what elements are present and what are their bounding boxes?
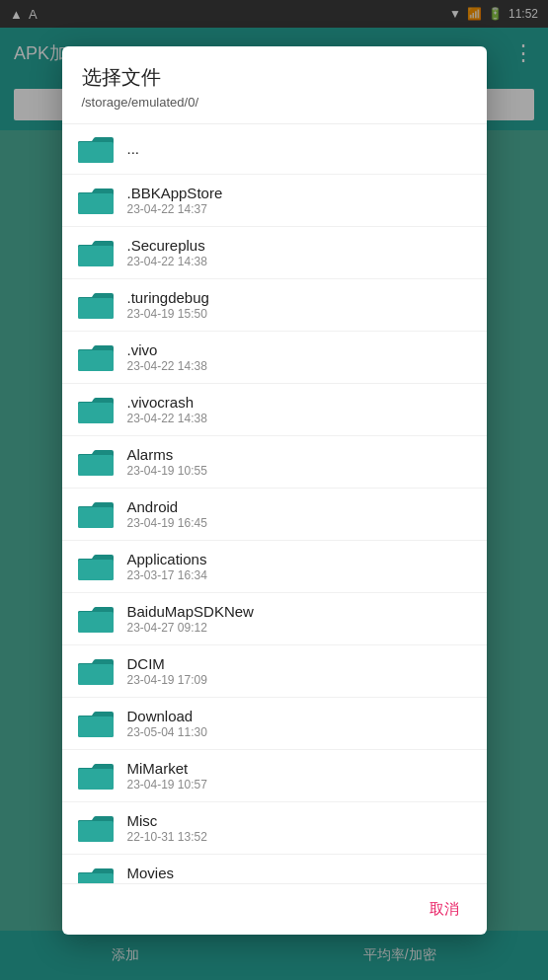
svg-rect-17 [78, 560, 114, 580]
folder-icon [78, 552, 114, 581]
folder-date: 23-04-19 17:09 [127, 673, 207, 687]
folder-info: .vivocrash23-04-22 14:38 [127, 394, 207, 425]
folder-item[interactable]: Applications23-03-17 16:34 [62, 541, 487, 593]
svg-rect-5 [78, 246, 114, 266]
folder-name: .vivocrash [127, 394, 207, 411]
folder-item[interactable]: .vivo23-04-22 14:38 [62, 332, 487, 384]
folder-item[interactable]: .turingdebug23-04-19 15:50 [62, 279, 487, 332]
svg-rect-29 [78, 873, 114, 883]
folder-item[interactable]: .BBKAppStore23-04-22 14:37 [62, 175, 487, 227]
folder-date: 23-04-22 14:37 [127, 202, 223, 216]
folder-icon [78, 709, 114, 738]
folder-info: Misc22-10-31 13:52 [127, 812, 207, 844]
folder-info: Download23-05-04 11:30 [127, 708, 207, 739]
folder-info: BaiduMapSDKNew23-04-27 09:12 [127, 603, 254, 635]
svg-rect-21 [78, 664, 114, 685]
folder-name: Movies [127, 865, 207, 881]
dialog-title: 选择文件 [82, 64, 467, 91]
folder-icon [78, 813, 114, 843]
folder-name: Misc [127, 812, 207, 829]
svg-rect-13 [78, 455, 114, 476]
folder-name: .vivo [127, 341, 207, 358]
folder-list: ... .BBKAppStore23-04-22 14:37 .Securepl… [62, 124, 487, 883]
folder-item[interactable]: .vivocrash23-04-22 14:38 [62, 384, 487, 436]
folder-info: .vivo23-04-22 14:38 [127, 341, 207, 373]
folder-icon [78, 186, 114, 215]
folder-name: .Secureplus [127, 237, 207, 254]
folder-info: .turingdebug23-04-19 15:50 [127, 289, 209, 321]
svg-rect-7 [78, 298, 114, 319]
folder-icon [78, 395, 114, 424]
folder-item[interactable]: .Secureplus23-04-22 14:38 [62, 227, 487, 279]
cancel-button[interactable]: 取消 [422, 896, 467, 923]
folder-name: .BBKAppStore [127, 185, 223, 201]
folder-info: Applications23-03-17 16:34 [127, 551, 207, 582]
folder-item[interactable]: Movies23-04-19 10:55 [62, 855, 487, 883]
folder-icon [78, 761, 114, 791]
svg-rect-11 [78, 403, 114, 423]
svg-rect-1 [78, 142, 114, 163]
folder-info: Android23-04-19 16:45 [127, 498, 207, 530]
folder-info: MiMarket23-04-19 10:57 [127, 760, 207, 792]
folder-info: DCIM23-04-19 17:09 [127, 655, 207, 687]
folder-info: .Secureplus23-04-22 14:38 [127, 237, 207, 268]
folder-icon [78, 604, 114, 634]
folder-info: .BBKAppStore23-04-22 14:37 [127, 185, 223, 216]
folder-date: 23-04-22 14:38 [127, 255, 207, 268]
folder-name: .turingdebug [127, 289, 209, 306]
folder-item[interactable]: Android23-04-19 16:45 [62, 489, 487, 541]
folder-icon [78, 134, 114, 164]
folder-icon [78, 447, 114, 477]
folder-icon [78, 342, 114, 372]
folder-icon [78, 499, 114, 529]
dialog-footer: 取消 [62, 883, 487, 935]
folder-item[interactable]: Download23-05-04 11:30 [62, 698, 487, 750]
folder-item[interactable]: DCIM23-04-19 17:09 [62, 645, 487, 698]
folder-icon [78, 656, 114, 686]
folder-date: 23-04-19 10:55 [127, 464, 207, 478]
dialog-overlay: 选择文件 /storage/emulated/0/ ... .BBKAppSto… [0, 0, 548, 980]
folder-date: 23-04-22 14:38 [127, 412, 207, 425]
folder-date: 23-04-27 09:12 [127, 621, 254, 635]
folder-item[interactable]: BaiduMapSDKNew23-04-27 09:12 [62, 593, 487, 645]
svg-rect-27 [78, 821, 114, 842]
folder-date: 23-04-19 15:50 [127, 307, 209, 321]
folder-icon [78, 238, 114, 267]
folder-item[interactable]: Misc22-10-31 13:52 [62, 802, 487, 855]
folder-name: Applications [127, 551, 207, 567]
folder-date: 23-04-19 10:57 [127, 778, 207, 792]
dialog-path: /storage/emulated/0/ [82, 95, 467, 119]
folder-info: Alarms23-04-19 10:55 [127, 446, 207, 478]
folder-name: DCIM [127, 655, 207, 672]
folder-item[interactable]: ... [62, 124, 487, 175]
svg-rect-3 [78, 193, 114, 214]
folder-date: 23-04-19 16:45 [127, 516, 207, 530]
svg-rect-23 [78, 716, 114, 737]
svg-rect-25 [78, 769, 114, 790]
file-picker-dialog: 选择文件 /storage/emulated/0/ ... .BBKAppSto… [62, 46, 487, 935]
svg-rect-9 [78, 350, 114, 371]
folder-name: Alarms [127, 446, 207, 463]
folder-name: Download [127, 708, 207, 724]
folder-icon [78, 290, 114, 320]
svg-rect-19 [78, 612, 114, 633]
folder-date: 22-10-31 13:52 [127, 830, 207, 844]
dialog-header: 选择文件 /storage/emulated/0/ [62, 46, 487, 124]
folder-info: ... [127, 140, 140, 157]
folder-name: BaiduMapSDKNew [127, 603, 254, 620]
folder-date: 23-04-22 14:38 [127, 359, 207, 373]
folder-item[interactable]: Alarms23-04-19 10:55 [62, 436, 487, 489]
folder-name: ... [127, 140, 140, 157]
folder-date: 23-05-04 11:30 [127, 725, 207, 739]
folder-date: 23-03-17 16:34 [127, 568, 207, 582]
folder-name: MiMarket [127, 760, 207, 777]
svg-rect-15 [78, 507, 114, 528]
folder-item[interactable]: MiMarket23-04-19 10:57 [62, 750, 487, 802]
folder-info: Movies23-04-19 10:55 [127, 865, 207, 883]
folder-name: Android [127, 498, 207, 515]
folder-icon [78, 866, 114, 883]
